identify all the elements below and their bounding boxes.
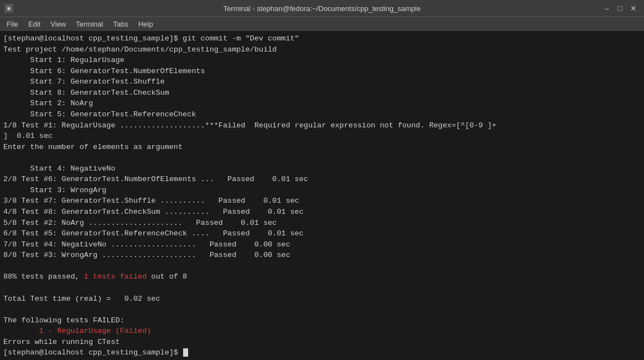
tests-passed-suffix: out of 8 (147, 272, 187, 281)
title-bar: ▣ Terminal - stephan@fedora:~/Documents/… (0, 0, 644, 17)
terminal-line: 7/8 Test #4: NegativeNo ................… (3, 239, 641, 250)
minimize-button[interactable]: – (601, 2, 613, 14)
terminal-line: Start 7: GeneratorTest.Shuffle (3, 76, 641, 88)
terminal-line: Test project /home/stephan/Documents/cpp… (3, 44, 641, 55)
terminal-line: Start 5: GeneratorTest.ReferenceCheck (3, 109, 641, 120)
maximize-button[interactable]: □ (614, 2, 626, 14)
terminal-line: Start 2: NoArg (3, 98, 641, 109)
menu-view[interactable]: View (46, 19, 70, 29)
terminal-line (3, 152, 641, 163)
terminal-line: Errors while running CTest (3, 337, 641, 348)
failed-test-line: 1 - RegularUsage (Failed) (3, 326, 641, 337)
terminal-line: Start 4: NegativeNo (3, 163, 641, 174)
tests-passed-line: 88% tests passed, 1 tests failed out of … (3, 271, 641, 282)
terminal-line (3, 282, 641, 294)
menu-tabs[interactable]: Tabs (108, 19, 132, 29)
terminal-line: 4/8 Test #8: GeneratorTest.CheckSum ....… (3, 207, 641, 218)
title-bar-left: ▣ (4, 4, 13, 13)
menu-file[interactable]: File (2, 19, 23, 29)
menu-bar: File Edit View Terminal Tabs Help (0, 17, 644, 31)
terminal-line: 2/8 Test #6: GeneratorTest.NumberOfEleme… (3, 174, 641, 185)
terminal-line: Start 1: RegularUsage (3, 55, 641, 66)
terminal-line (3, 261, 641, 272)
terminal-line: Total Test time (real) = 0.02 sec (3, 294, 641, 305)
terminal-line: 3/8 Test #7: GeneratorTest.Shuffle .....… (3, 196, 641, 207)
window-controls: – □ ✕ (601, 2, 640, 14)
terminal-line: [stephan@localhost cpp_testing_sample]$ … (3, 33, 641, 44)
menu-edit[interactable]: Edit (24, 19, 45, 29)
terminal-icon: ▣ (4, 4, 13, 13)
terminal-line: Start 6: GeneratorTest.NumberOfElements (3, 66, 641, 77)
terminal-line: Start 8: GeneratorTest.CheckSum (3, 88, 641, 99)
terminal-line: The following tests FAILED: (3, 315, 641, 326)
close-button[interactable]: ✕ (627, 2, 640, 14)
window-title: Terminal - stephan@fedora:~/Documents/cp… (224, 4, 421, 13)
terminal-line: 8/8 Test #3: WrongArg ..................… (3, 250, 641, 261)
terminal-line: ] 0.01 sec (3, 131, 641, 142)
menu-help[interactable]: Help (134, 19, 158, 29)
terminal-prompt-line: [stephan@localhost cpp_testing_sample]$ (3, 347, 641, 358)
terminal-window: ▣ Terminal - stephan@fedora:~/Documents/… (0, 0, 644, 360)
tests-failed-count: 1 tests failed (84, 272, 147, 281)
terminal-line: 5/8 Test #2: NoArg .....................… (3, 218, 641, 229)
terminal-line: Enter the number of elements as argument (3, 142, 641, 153)
terminal-line: 1/8 Test #1: RegularUsage ..............… (3, 120, 641, 131)
terminal-line: Start 3: WrongArg (3, 185, 641, 196)
terminal-line: 6/8 Test #5: GeneratorTest.ReferenceChec… (3, 228, 641, 239)
menu-terminal[interactable]: Terminal (71, 19, 107, 29)
terminal-output[interactable]: [stephan@localhost cpp_testing_sample]$ … (0, 31, 644, 360)
terminal-line (3, 304, 641, 315)
tests-passed-prefix: 88% tests passed, (3, 272, 84, 281)
terminal-cursor (183, 348, 188, 357)
